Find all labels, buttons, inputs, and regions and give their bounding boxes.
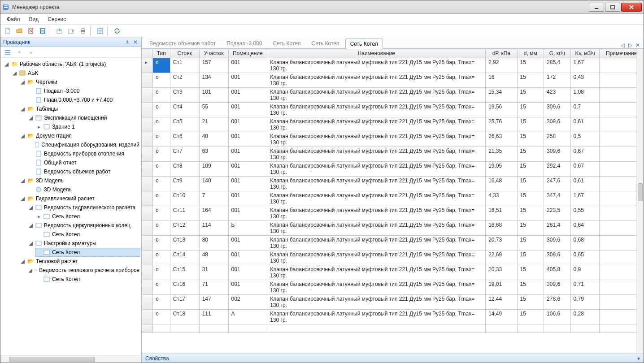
doc-tab[interactable]: Подвал -3.000 [222, 38, 267, 48]
cell-type[interactable]: o [152, 206, 170, 221]
cell-name[interactable]: Клапан балансировочный латунный муфтовый… [267, 191, 486, 206]
cell-d[interactable]: 15 [517, 191, 544, 206]
table-row[interactable]: oСт17147002Клапан балансировочный латунн… [142, 295, 644, 310]
tree-node-building1[interactable]: Здание 1 [52, 123, 75, 131]
cell-section[interactable]: 147 [199, 295, 228, 310]
tree-node-drawings[interactable]: Чертежи [36, 78, 57, 86]
cell-riser[interactable]: Ст3 [170, 88, 199, 103]
tree-node-plan[interactable]: План 0.000,+3.700 и +7.400 [44, 96, 113, 104]
cell-d[interactable]: 15 [517, 295, 544, 310]
cell-name[interactable]: Клапан балансировочный латунный муфтовый… [267, 310, 486, 324]
cell-name[interactable]: Клапан балансировочный латунный муфтовый… [267, 280, 486, 295]
cell-g[interactable]: 172 [544, 73, 571, 88]
tool-grid[interactable] [95, 26, 105, 36]
table-row[interactable]: oСт3101001Клапан балансировочный латунны… [142, 88, 644, 103]
cell-marker[interactable] [142, 236, 153, 251]
cell-type[interactable]: o [152, 310, 170, 324]
expander-icon[interactable]: ◢ [20, 178, 25, 183]
data-grid[interactable]: ТипСтоякУчастокПомещениеНаименованиеdP, … [142, 49, 644, 333]
table-row[interactable]: oСт1380001Клапан балансировочный латунны… [142, 236, 644, 251]
expander-icon[interactable]: ▸ [36, 125, 41, 130]
cell-section[interactable]: 114 [199, 221, 228, 236]
cell-riser[interactable]: Ст5 [170, 117, 199, 132]
cell-riser[interactable]: Ст13 [170, 236, 199, 251]
cell-section[interactable]: 140 [199, 177, 228, 191]
tree-node-boiler2[interactable]: Сеть Котел [52, 230, 80, 238]
cell-kv[interactable]: 0,55 [570, 206, 600, 221]
tree-node-explication[interactable]: Экспликация помещений [44, 114, 107, 122]
cell-room[interactable]: 001 [228, 73, 267, 88]
cell-dp[interactable]: 16,48 [486, 177, 517, 191]
cell-d[interactable]: 15 [517, 58, 544, 73]
cell-marker[interactable] [142, 251, 153, 265]
cell-g[interactable]: 309,6 [544, 103, 571, 117]
cell-dp[interactable]: 19,56 [486, 103, 517, 117]
cell-section[interactable]: 80 [199, 236, 228, 251]
table-row[interactable]: oСт11164001Клапан балансировочный латунн… [142, 206, 644, 221]
cell-type[interactable]: o [152, 265, 170, 280]
cell-type[interactable]: o [152, 117, 170, 132]
scrollbar-thumb[interactable] [9, 357, 95, 362]
table-row[interactable]: ▸oСт1157001Клапан балансировочный латунн… [142, 58, 644, 73]
cell-room[interactable]: 001 [228, 103, 267, 117]
cell-riser[interactable]: Ст18 [170, 310, 199, 324]
cell-name[interactable]: Клапан балансировочный латунный муфтовый… [267, 236, 486, 251]
tree-root[interactable]: Рабочая область: 'АБК' (1 projects) [20, 60, 106, 68]
menu-view[interactable]: Вид [26, 15, 43, 24]
expander-icon[interactable]: ◢ [28, 241, 33, 246]
cell-room[interactable]: 001 [228, 132, 267, 147]
cell-section[interactable]: 71 [199, 280, 228, 295]
scrollbar-thumb[interactable] [638, 183, 643, 201]
cell-name[interactable]: Клапан балансировочный латунный муфтовый… [267, 73, 486, 88]
cell-section[interactable]: 164 [199, 206, 228, 221]
table-row[interactable]: oСт9140001Клапан балансировочный латунны… [142, 177, 644, 191]
tree-node-3dmodel-folder[interactable]: 3D Модель [36, 177, 64, 185]
cell-room[interactable]: 001 [228, 88, 267, 103]
cell-kv[interactable]: 0,65 [570, 251, 600, 265]
cell-name[interactable]: Клапан балансировочный латунный муфтовый… [267, 88, 486, 103]
cell-section[interactable]: 111 [199, 310, 228, 324]
cell-g[interactable]: 347,4 [544, 191, 571, 206]
cell-d[interactable]: 15 [517, 117, 544, 132]
tree-node-circ[interactable]: Ведомость циркуляционных колец [44, 221, 131, 229]
cell-riser[interactable]: Ст11 [170, 206, 199, 221]
table-row[interactable]: oСт12114БКлапан балансировочный латунный… [142, 221, 644, 236]
cell-kv[interactable]: 1,67 [570, 58, 600, 73]
tree-node-abk[interactable]: АБК [28, 69, 38, 77]
cell-section[interactable]: 55 [199, 103, 228, 117]
cell-room[interactable]: 001 [228, 58, 267, 73]
cell-type[interactable]: o [152, 162, 170, 177]
cell-name[interactable]: Клапан балансировочный латунный муфтовый… [267, 221, 486, 236]
cell-type[interactable]: o [152, 221, 170, 236]
cell-kv[interactable]: 0,68 [570, 236, 600, 251]
tree-node-3dmodel[interactable]: 3D Модель [44, 186, 72, 194]
cell-room[interactable]: 002 [228, 295, 267, 310]
table-row[interactable]: oСт2134001Клапан балансировочный латунны… [142, 73, 644, 88]
cell-type[interactable]: o [152, 280, 170, 295]
cell-section[interactable]: 48 [199, 251, 228, 265]
cell-dp[interactable]: 14,49 [486, 310, 517, 324]
tree-node-hydlist[interactable]: Ведомость гидравлического расчета [44, 203, 135, 212]
cell-g[interactable]: 258 [544, 132, 571, 147]
cell-kv[interactable]: 0,79 [570, 295, 600, 310]
cell-kv[interactable]: 0,61 [570, 177, 600, 191]
cell-dp[interactable]: 21,35 [486, 147, 517, 162]
table-row[interactable]: oСт107001Клапан балансировочный латунный… [142, 191, 644, 206]
cell-d[interactable]: 15 [517, 236, 544, 251]
cell-marker[interactable] [142, 103, 153, 117]
cell-marker[interactable] [142, 206, 153, 221]
tool-detail-view[interactable] [2, 48, 13, 57]
cell-type[interactable]: o [152, 295, 170, 310]
cell-type[interactable]: o [152, 177, 170, 191]
column-header[interactable]: G, кг/ч [544, 49, 571, 58]
column-header[interactable]: Помещение [228, 49, 267, 58]
expander-icon[interactable]: ◢ [28, 205, 33, 210]
cell-g[interactable]: 423 [544, 88, 571, 103]
cell-g[interactable]: 309,6 [544, 236, 571, 251]
tool-close[interactable] [26, 26, 36, 36]
column-header[interactable] [142, 49, 153, 58]
cell-type[interactable]: o [152, 236, 170, 251]
cell-marker[interactable] [142, 295, 153, 310]
expander-icon[interactable]: ◢ [4, 62, 9, 67]
table-row[interactable]: oСт455001Клапан балансировочный латунный… [142, 103, 644, 117]
